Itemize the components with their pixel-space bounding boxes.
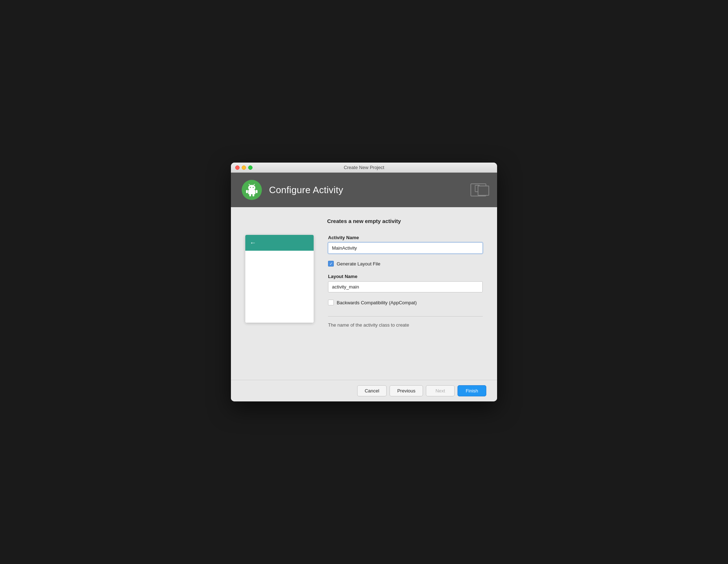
- svg-line-8: [249, 184, 250, 185]
- minimize-button[interactable]: [242, 165, 246, 170]
- svg-rect-3: [248, 190, 255, 194]
- window-title: Create New Project: [344, 165, 385, 170]
- footer: Cancel Previous Next Finish: [231, 380, 497, 401]
- content-subtitle: Creates a new empty activity: [245, 218, 483, 224]
- layout-name-group: Layout Name: [328, 274, 483, 292]
- hint-text: The name of the activity class to create: [328, 322, 483, 328]
- backwards-compat-checkbox[interactable]: [328, 300, 334, 305]
- svg-line-9: [254, 184, 255, 185]
- header: Configure Activity: [231, 173, 497, 207]
- traffic-lights: [235, 165, 252, 170]
- header-left: Configure Activity: [242, 180, 343, 200]
- phone-preview: ←: [245, 235, 314, 323]
- svg-point-0: [248, 185, 255, 191]
- cancel-button[interactable]: Cancel: [357, 385, 387, 396]
- generate-layout-label: Generate Layout File: [337, 261, 380, 267]
- maximize-button[interactable]: [248, 165, 252, 170]
- activity-name-label: Activity Name: [328, 235, 483, 240]
- checkmark-icon: ✓: [329, 262, 333, 266]
- phone-body: [245, 251, 314, 323]
- svg-rect-6: [249, 194, 251, 196]
- phone-top-bar: ←: [245, 235, 314, 251]
- form-section: Activity Name ✓ Generate Layout File Lay…: [328, 235, 483, 335]
- svg-rect-7: [252, 194, 254, 196]
- backwards-compat-row: Backwards Compatibility (AppCompat): [328, 300, 483, 305]
- android-logo: [242, 180, 262, 200]
- title-bar: Create New Project: [231, 163, 497, 173]
- layout-name-input[interactable]: [328, 281, 483, 292]
- svg-point-2: [253, 187, 254, 188]
- content-inner: ← Activity Name ✓ Generate Layout Fi: [245, 235, 483, 335]
- finish-button[interactable]: Finish: [458, 385, 486, 396]
- activity-name-group: Activity Name: [328, 235, 483, 254]
- backwards-compat-label: Backwards Compatibility (AppCompat): [337, 300, 417, 305]
- layout-name-label: Layout Name: [328, 274, 483, 279]
- phone-tablet-icon: [475, 185, 482, 195]
- device-preview-icon: [470, 183, 486, 196]
- next-button[interactable]: Next: [426, 385, 455, 396]
- main-window: Create New Project: [231, 163, 497, 401]
- close-button[interactable]: [235, 165, 240, 170]
- generate-layout-checkbox[interactable]: ✓: [328, 261, 334, 267]
- android-icon: [245, 183, 258, 196]
- divider: [328, 316, 483, 317]
- content-area: Creates a new empty activity ← Activity …: [231, 207, 497, 380]
- previous-button[interactable]: Previous: [390, 385, 423, 396]
- svg-rect-11: [480, 187, 482, 192]
- header-title: Configure Activity: [269, 185, 343, 196]
- svg-point-1: [250, 187, 251, 188]
- svg-rect-5: [256, 190, 258, 193]
- generate-layout-row: ✓ Generate Layout File: [328, 261, 483, 267]
- activity-name-input[interactable]: [328, 242, 483, 254]
- phone-mockup: ←: [245, 235, 314, 323]
- back-arrow-icon: ←: [250, 239, 256, 247]
- svg-rect-10: [475, 185, 479, 192]
- svg-rect-4: [246, 190, 248, 193]
